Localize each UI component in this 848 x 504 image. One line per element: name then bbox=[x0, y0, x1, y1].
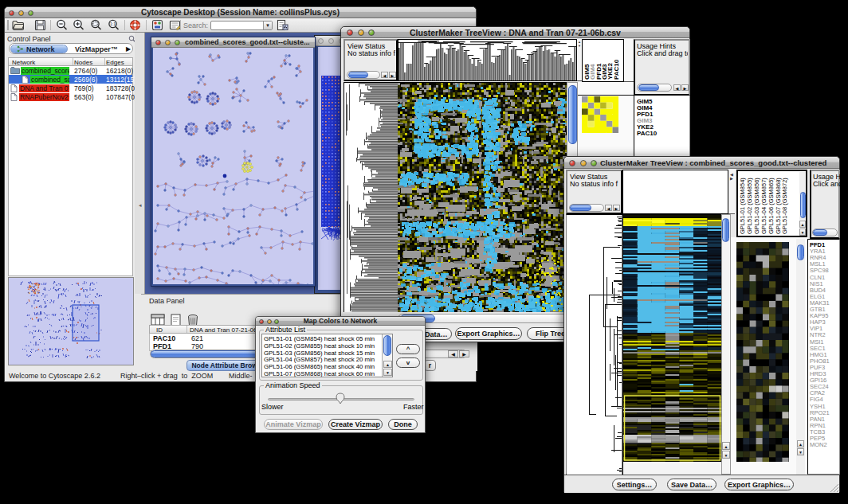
svg-text:GPL51-06 (GSM865): GPL51-06 (GSM865) bbox=[768, 178, 775, 234]
svg-text:GPL51-08 (GSM872): GPL51-08 (GSM872) bbox=[781, 178, 788, 234]
svg-text:GPL51-02 (GSM855): GPL51-02 (GSM855) bbox=[746, 178, 753, 234]
svg-text:GPL51-01 (GSM854): GPL51-01 (GSM854) bbox=[739, 178, 746, 234]
svg-text:GPL51-07 (GSM868): GPL51-07 (GSM868) bbox=[775, 178, 782, 234]
svg-text:1:1: 1:1 bbox=[110, 21, 116, 26]
svg-text:PAC10: PAC10 bbox=[613, 59, 620, 80]
svg-text:GPL51-03 (GSM856): GPL51-03 (GSM856) bbox=[753, 178, 760, 234]
svg-text:GPL51-04 (GSM857): GPL51-04 (GSM857) bbox=[760, 178, 768, 234]
